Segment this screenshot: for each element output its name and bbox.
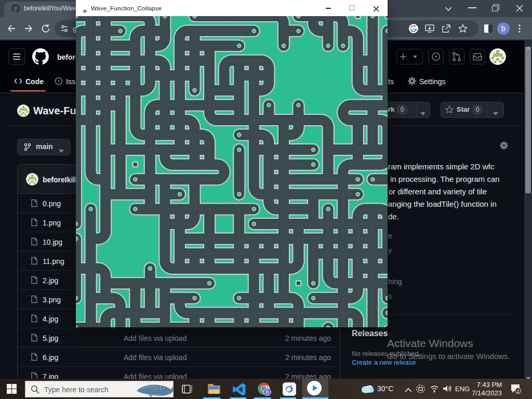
svg-text:2: 2 — [516, 389, 519, 394]
svg-text:b: b — [266, 389, 269, 395]
